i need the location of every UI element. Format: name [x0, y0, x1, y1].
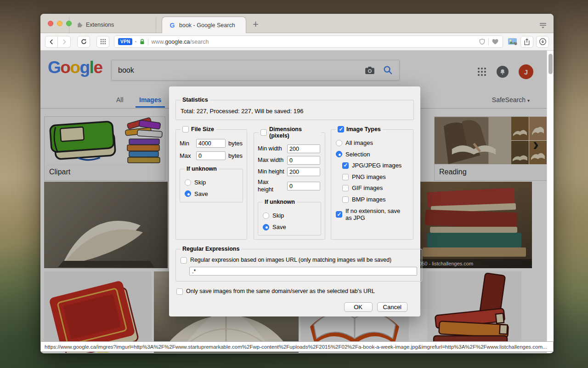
regex-legend: Regular Expressions	[181, 246, 241, 252]
no-extension-checkbox[interactable]	[336, 211, 342, 218]
zoom-window-button[interactable]	[66, 21, 72, 26]
tab-bar: Extensions G book - Google Search +	[40, 14, 554, 33]
lock-icon[interactable]	[139, 39, 145, 45]
skip-label: Skip	[272, 212, 284, 219]
all-images-radio[interactable]	[336, 140, 342, 146]
png-checkbox[interactable]	[342, 174, 349, 180]
min-height-input[interactable]	[287, 167, 320, 176]
scrollbar-thumb[interactable]	[548, 54, 553, 74]
new-tab-button[interactable]: +	[253, 19, 259, 29]
grid-icon	[100, 38, 107, 45]
downloads-button[interactable]	[536, 36, 549, 48]
max-height-label: Max height	[258, 179, 284, 193]
max-height-input[interactable]	[287, 182, 320, 190]
tab-label: book - Google Search	[179, 22, 235, 29]
gif-checkbox[interactable]	[342, 185, 349, 191]
if-unknown-legend: If unknown	[263, 199, 297, 205]
vpn-badge[interactable]: VPN	[118, 38, 132, 45]
png-label: PNG images	[352, 173, 386, 181]
no-extension-label: If no extension, save as JPG	[345, 207, 404, 222]
file-size-label: File Size	[191, 126, 214, 132]
url-separator	[148, 38, 148, 46]
dims-unknown-skip-radio[interactable]	[263, 213, 269, 219]
same-domain-label: Only save images from the same domain/se…	[186, 288, 375, 295]
dimensions-fieldset: Dimensions (pixels) Min width Max width …	[254, 126, 325, 240]
file-size-checkbox[interactable]	[182, 126, 189, 132]
download-icon	[539, 38, 547, 46]
url-path: /search	[190, 39, 209, 45]
selection-radio[interactable]	[336, 151, 342, 157]
browser-viewport: Google	[40, 51, 554, 353]
url-text[interactable]: www.google.ca/search	[151, 39, 476, 45]
close-window-button[interactable]	[48, 21, 53, 26]
reload-icon	[80, 38, 87, 45]
regex-checkbox-label: Regular expression based on images URL (…	[190, 257, 391, 264]
puzzle-icon	[76, 22, 83, 29]
forward-button[interactable]	[58, 36, 71, 48]
skip-label: Skip	[194, 179, 206, 186]
window-controls	[48, 21, 72, 26]
min-size-input[interactable]	[196, 139, 226, 148]
min-width-input[interactable]	[287, 144, 320, 153]
max-size-unit: bytes	[228, 152, 243, 159]
status-bar: https://www.google.ca/imgres?imgurl=http…	[40, 341, 554, 352]
min-width-label: Min width	[258, 145, 284, 153]
image-types-checkbox[interactable]	[338, 126, 344, 132]
file-size-if-unknown-fieldset: If unknown Skip Save	[180, 166, 243, 202]
jpg-checkbox[interactable]	[342, 162, 349, 169]
google-favicon-icon: G	[169, 22, 176, 29]
shield-icon[interactable]	[479, 38, 486, 46]
tab-google-search[interactable]: G book - Google Search	[162, 17, 246, 33]
jpg-label: JPG/JPEG images	[352, 162, 401, 169]
url-separator	[488, 38, 489, 46]
statistics-text: Total: 227, Processed: 227, Will be save…	[180, 106, 410, 116]
image-types-label: Image Types	[346, 126, 381, 132]
dimensions-checkbox[interactable]	[260, 129, 267, 136]
share-button[interactable]	[520, 36, 533, 48]
url-domain: google.ca	[165, 39, 190, 45]
image-types-fieldset: Image Types All images Selection JPG/JPE…	[331, 126, 413, 240]
statistics-legend: Statistics	[181, 97, 210, 103]
image-types-legend: Image Types	[336, 126, 383, 132]
same-domain-checkbox[interactable]	[176, 288, 183, 295]
url-prefix: www.	[151, 39, 165, 45]
heart-icon[interactable]	[492, 38, 499, 45]
top-sites-button[interactable]	[96, 36, 109, 48]
size-unknown-skip-radio[interactable]	[185, 179, 191, 186]
file-size-legend: File Size	[181, 126, 216, 132]
navigation-toolbar: VPN www.google.ca/search	[40, 33, 554, 51]
gif-label: GIF images	[352, 184, 383, 192]
selection-label: Selection	[345, 151, 370, 158]
size-unknown-save-radio[interactable]	[185, 190, 191, 197]
browser-window: Extensions G book - Google Search +	[40, 14, 554, 353]
file-size-fieldset: File Size Min bytes Max bytes If unknown	[175, 126, 247, 240]
share-icon	[524, 38, 530, 46]
statistics-fieldset: Statistics Total: 227, Processed: 227, W…	[175, 97, 414, 120]
save-label: Save	[272, 224, 286, 231]
dims-unknown-save-radio[interactable]	[263, 224, 269, 230]
url-bar[interactable]: VPN www.google.ca/search	[114, 35, 503, 48]
regex-pattern-input[interactable]	[189, 267, 417, 276]
image-downloader-dialog: Statistics Total: 227, Processed: 227, W…	[169, 86, 420, 316]
save-label: Save	[194, 190, 208, 198]
list-all-tabs-icon[interactable]	[539, 22, 547, 29]
cancel-button[interactable]: Cancel	[377, 302, 407, 312]
max-width-input[interactable]	[287, 156, 320, 165]
max-width-label: Max width	[258, 157, 284, 164]
image-downloader-extension-icon[interactable]	[508, 38, 518, 46]
vertical-scrollbar[interactable]	[547, 51, 554, 353]
back-button[interactable]	[45, 36, 58, 48]
ok-button[interactable]: OK	[344, 302, 373, 312]
dimensions-legend: Dimensions (pixels)	[259, 126, 321, 139]
dimensions-label: Dimensions (pixels)	[269, 126, 319, 139]
max-size-label: Max	[180, 152, 193, 159]
tab-extensions[interactable]: Extensions	[69, 17, 156, 33]
bmp-label: BMP images	[352, 196, 385, 203]
dimensions-if-unknown-fieldset: If unknown Skip Save	[258, 199, 321, 236]
regex-checkbox[interactable]	[181, 257, 187, 264]
bmp-checkbox[interactable]	[342, 196, 349, 203]
reload-button[interactable]	[77, 36, 90, 48]
status-url: https://www.google.ca/imgres?imgurl=http…	[45, 344, 547, 350]
minimize-window-button[interactable]	[57, 21, 62, 26]
max-size-input[interactable]	[196, 151, 226, 160]
